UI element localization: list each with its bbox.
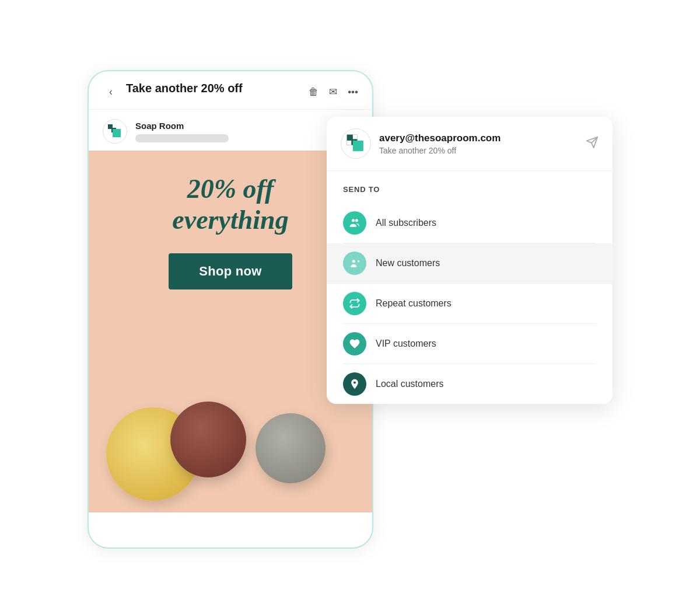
notif-avatar [341,128,371,159]
notification-header: avery@thesoaproom.com Take another 20% o… [327,117,612,171]
send-to-label: SEND TO [343,185,596,194]
recipient-new-customers[interactable]: New customers [327,243,612,284]
new-customers-label: New customers [376,258,440,268]
local-customers-icon [343,372,366,396]
back-button[interactable]: ‹ [103,84,119,100]
recipient-list: All subscribers New customers [343,203,596,404]
soap-brown [170,402,246,477]
promo-heading: 20% off everything [172,174,288,236]
all-subscribers-label: All subscribers [376,218,436,228]
sender-name: Soap Room [135,121,341,131]
svg-point-12 [352,260,355,263]
sender-avatar [103,119,127,144]
more-icon[interactable]: ••• [348,86,358,98]
trash-icon[interactable]: 🗑 [309,86,318,98]
header-actions: 🗑 ✉ ••• [309,86,358,98]
email-title: Take another 20% off [126,82,302,95]
sender-meta: Soap Room [135,121,341,142]
svg-point-15 [354,381,356,383]
svg-rect-2 [113,124,116,128]
repeat-customers-label: Repeat customers [376,298,452,309]
notif-subject: Take another 20% off [379,146,578,155]
svg-rect-6 [353,135,358,139]
notif-email: avery@thesoaproom.com [379,132,578,144]
vip-customers-label: VIP customers [376,339,436,349]
recipient-all-subscribers[interactable]: All subscribers [343,203,596,243]
phone-header: ‹ Take another 20% off 🗑 ✉ ••• [89,71,372,110]
svg-rect-1 [113,129,121,137]
all-subscribers-icon [343,211,366,235]
soap-gray [256,413,326,483]
send-panel: avery@thesoaproom.com Take another 20% o… [327,117,612,404]
recipient-local-customers[interactable]: Local customers [343,364,596,404]
scene: ‹ Take another 20% off 🗑 ✉ ••• [88,47,612,560]
mail-icon[interactable]: ✉ [329,86,337,98]
local-customers-label: Local customers [376,379,444,389]
svg-rect-5 [353,141,363,151]
svg-rect-3 [108,129,111,132]
repeat-customers-icon [343,292,366,315]
svg-point-11 [355,219,358,222]
new-customers-icon [343,252,366,275]
vip-customers-icon [343,332,366,355]
recipient-vip-customers[interactable]: VIP customers [343,324,596,364]
notif-logo [345,133,366,154]
subject-preview-bar [135,134,229,142]
notif-meta: avery@thesoaproom.com Take another 20% o… [379,132,578,155]
send-to-section: SEND TO All subscribers [327,171,612,404]
sender-logo [107,123,123,139]
recipient-repeat-customers[interactable]: Repeat customers [343,284,596,324]
send-icon[interactable] [586,136,598,152]
svg-rect-7 [347,141,352,145]
svg-point-10 [352,219,355,222]
shop-now-button[interactable]: Shop now [169,253,292,289]
